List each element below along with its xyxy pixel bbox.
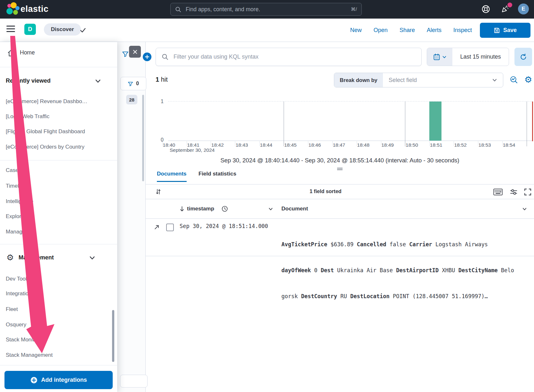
- sidebar-item-cases[interactable]: Cases: [6, 167, 21, 174]
- gridline-5min: [527, 102, 527, 146]
- alerts-button[interactable]: Alerts: [427, 27, 441, 34]
- gridline-5min: [284, 102, 284, 146]
- x-axis-tick-label: 18:46: [309, 142, 321, 148]
- calendar-icon: [433, 53, 440, 61]
- chevron-down-icon[interactable]: [89, 255, 95, 261]
- x-axis-tick-label: 18:45: [284, 142, 297, 148]
- timestamp-column-menu-icon[interactable]: [268, 207, 273, 211]
- global-search-input[interactable]: [185, 6, 351, 13]
- save-button-label: Save: [503, 27, 517, 34]
- search-icon: [162, 53, 168, 60]
- inspect-button[interactable]: Inspect: [453, 27, 472, 34]
- row-select-checkbox[interactable]: [166, 224, 174, 231]
- sidebar-item-stack-management[interactable]: Stack Management: [6, 352, 53, 358]
- sidebar-item-recent-0[interactable]: [eCommerce] Revenue Dashbo…: [6, 98, 87, 105]
- breakdown-placeholder: Select field: [389, 77, 417, 84]
- field-search-box[interactable]: [120, 375, 148, 388]
- time-range-picker: Last 15 minutes: [427, 48, 509, 66]
- histogram-plot[interactable]: 18:4018:4118:4218:4318:4418:4518:4618:47…: [168, 101, 532, 141]
- x-axis-tick-label: 18:51: [430, 142, 442, 148]
- add-filter-icon[interactable]: [143, 53, 151, 61]
- sidebar-scrollbar[interactable]: [112, 310, 114, 362]
- toolbar-actions: New Open Share Alerts Inspect: [350, 19, 472, 42]
- new-button[interactable]: New: [350, 27, 362, 34]
- sidebar-item-recent-3[interactable]: [eCommerce] Orders by Country: [6, 144, 85, 150]
- filter-funnel-icon[interactable]: [122, 51, 129, 57]
- sidebar-item-explore[interactable]: Explore: [6, 213, 24, 220]
- chevron-down-icon: [442, 55, 447, 59]
- breadcrumb[interactable]: Discover: [44, 23, 81, 36]
- menu-hamburger-icon[interactable]: [6, 25, 15, 32]
- brand-name: elastic: [20, 4, 49, 14]
- management-header[interactable]: Management: [19, 254, 54, 261]
- fullscreen-icon[interactable]: [524, 188, 531, 196]
- breadcrumb-check-icon[interactable]: [79, 27, 86, 34]
- keyboard-icon[interactable]: [493, 189, 503, 195]
- y-axis-tick-1: 1: [161, 99, 164, 104]
- x-axis-tick-label: 18:48: [357, 142, 369, 148]
- breakdown-select[interactable]: Select field: [383, 73, 503, 87]
- save-button[interactable]: Save: [480, 23, 530, 38]
- sidebar-item-recent-2[interactable]: [Flights] Global Flight Dashboard: [6, 128, 85, 135]
- sidebar-item-dev-tools[interactable]: Dev Tools: [6, 276, 29, 282]
- save-floppy-icon: [494, 27, 500, 34]
- column-header-document[interactable]: Document: [281, 206, 308, 212]
- home-icon: [7, 49, 15, 57]
- sidebar-item-stack-monitoring[interactable]: Stack Monitoring: [6, 337, 46, 343]
- sorted-fields-button[interactable]: 1 field sorted: [310, 189, 342, 194]
- y-axis-tick-0: 0: [161, 137, 164, 143]
- sidebar-item-osquery[interactable]: Osquery: [6, 322, 26, 328]
- help-icon[interactable]: [481, 4, 490, 14]
- x-axis-tick-label: 18:43: [236, 142, 248, 148]
- kql-query-input[interactable]: [173, 53, 416, 61]
- field-filters-button[interactable]: 0: [120, 77, 146, 90]
- calendar-menu-button[interactable]: [427, 48, 452, 66]
- field-list-scrollbar[interactable]: [142, 95, 144, 181]
- chevron-down-icon: [492, 78, 497, 83]
- document-column-menu-icon[interactable]: [522, 207, 527, 211]
- row-document-cell: AvgTicketPrice $636.89 Cancelled false C…: [281, 223, 506, 309]
- refresh-button[interactable]: [514, 48, 532, 66]
- sidebar-item-intelligence[interactable]: Intelligence: [6, 198, 33, 205]
- sidebar-item-fleet[interactable]: Fleet: [6, 306, 18, 313]
- chart-settings-gear-icon[interactable]: ⚙: [524, 75, 532, 85]
- display-options-icon[interactable]: [510, 188, 518, 196]
- kql-query-bar[interactable]: [156, 48, 422, 66]
- hit-count-number: 1: [156, 76, 159, 83]
- share-button[interactable]: Share: [400, 27, 415, 34]
- elastic-logo-icon[interactable]: [5, 2, 20, 16]
- add-integrations-button[interactable]: Add integrations: [4, 371, 113, 389]
- x-axis-tick-label: 18:50: [406, 142, 418, 148]
- divider: [0, 244, 117, 244]
- clock-icon: [222, 206, 228, 212]
- sidebar-item-home[interactable]: Home: [20, 49, 35, 56]
- column-header-timestamp[interactable]: timestamp: [187, 206, 214, 212]
- top-header-bar: elastic ⌘/ E: [0, 0, 534, 19]
- expand-document-icon[interactable]: [154, 225, 159, 230]
- close-icon[interactable]: [129, 46, 141, 58]
- breakdown-control: Break down by Select field: [334, 73, 503, 87]
- grid-header: timestamp Document: [146, 199, 534, 219]
- sidebar-item-manage[interactable]: Manage: [6, 229, 25, 235]
- current-time-marker: [532, 102, 533, 141]
- sidebar-item-integrations[interactable]: Integrations: [6, 290, 34, 297]
- time-range-value[interactable]: Last 15 minutes: [452, 48, 509, 66]
- app-badge-discover[interactable]: D: [24, 24, 36, 35]
- recently-viewed-header[interactable]: Recently viewed: [6, 78, 51, 84]
- explore-data-lens-icon[interactable]: [510, 76, 518, 84]
- open-button[interactable]: Open: [374, 27, 388, 34]
- time-range-caption: Sep 30, 2024 @ 18:40:14.440 - Sep 30, 20…: [146, 157, 534, 164]
- hit-count-label: hit: [161, 76, 168, 83]
- breakdown-label: Break down by: [334, 73, 383, 87]
- tab-field-statistics[interactable]: Field statistics: [198, 171, 236, 177]
- histogram-bar: [429, 102, 441, 141]
- sort-descending-icon[interactable]: [179, 206, 185, 212]
- resize-handle[interactable]: [337, 168, 343, 170]
- sidebar-item-timelines[interactable]: Timelines: [6, 183, 29, 189]
- global-search-bar[interactable]: ⌘/: [170, 3, 362, 16]
- sort-fields-icon[interactable]: [156, 189, 161, 195]
- sidebar-item-recent-1[interactable]: [Logs] Web Traffic: [6, 113, 49, 120]
- chevron-down-icon[interactable]: [95, 78, 101, 84]
- user-avatar[interactable]: E: [518, 4, 529, 14]
- tab-documents[interactable]: Documents: [157, 171, 187, 182]
